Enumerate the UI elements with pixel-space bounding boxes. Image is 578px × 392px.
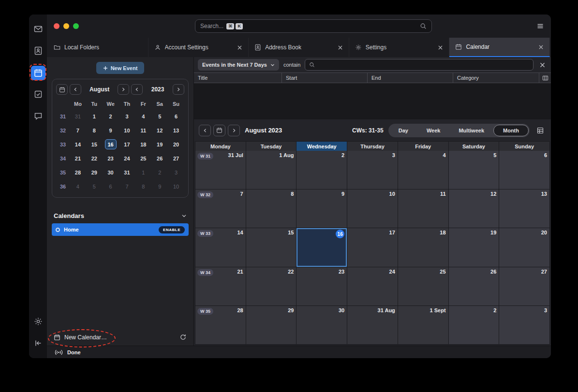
tab-close-button[interactable] bbox=[438, 45, 443, 50]
app-menu-button[interactable] bbox=[515, 22, 544, 30]
minical-day[interactable]: 2 bbox=[151, 165, 168, 179]
month-cell[interactable]: W 3528 bbox=[195, 306, 246, 344]
tab-local-folders[interactable]: Local Folders bbox=[48, 38, 148, 57]
today-button[interactable] bbox=[213, 125, 225, 136]
minical-prev-month-button[interactable] bbox=[70, 84, 81, 95]
month-cell[interactable]: W 3314 bbox=[195, 228, 246, 266]
minical-day[interactable]: 3 bbox=[168, 165, 184, 179]
minical-day[interactable]: 12 bbox=[151, 123, 168, 137]
minical-day[interactable]: 29 bbox=[86, 165, 103, 179]
next-period-button[interactable] bbox=[228, 125, 240, 136]
month-cell[interactable]: 9 bbox=[296, 189, 347, 228]
week-badge[interactable]: W 31 bbox=[197, 153, 213, 160]
month-cell[interactable]: 2 bbox=[296, 151, 347, 189]
minical-day[interactable]: 18 bbox=[135, 137, 151, 151]
minical-day[interactable]: 1 bbox=[86, 109, 103, 123]
month-cell[interactable]: 13 bbox=[499, 189, 549, 228]
minical-day[interactable]: 14 bbox=[70, 137, 86, 151]
week-badge[interactable]: W 32 bbox=[197, 191, 213, 198]
month-cell[interactable]: 3 bbox=[499, 306, 549, 344]
minical-day[interactable]: 31 bbox=[70, 109, 86, 123]
event-search-input[interactable] bbox=[318, 62, 529, 68]
month-cell[interactable]: 17 bbox=[347, 228, 398, 266]
sync-calendars-button[interactable] bbox=[179, 334, 187, 341]
minical-day[interactable]: 9 bbox=[151, 179, 168, 193]
minical-day[interactable]: 7 bbox=[119, 179, 135, 193]
tab-close-button[interactable] bbox=[338, 45, 343, 50]
month-cell[interactable]: 18 bbox=[398, 228, 448, 266]
minical-prev-year-button[interactable] bbox=[131, 84, 143, 95]
calendars-section-header[interactable]: Calendars bbox=[47, 212, 193, 219]
minical-day[interactable]: 13 bbox=[168, 123, 184, 137]
minical-day[interactable]: 10 bbox=[119, 123, 135, 137]
event-column-title[interactable]: Title bbox=[194, 73, 282, 83]
minical-day[interactable]: 8 bbox=[86, 123, 103, 137]
close-window-button[interactable] bbox=[54, 23, 59, 29]
month-cell[interactable]: W 3131 Jul bbox=[195, 151, 246, 189]
minical-day[interactable]: 16 bbox=[103, 137, 119, 151]
zoom-window-button[interactable] bbox=[73, 23, 79, 29]
address-book-space-button[interactable] bbox=[31, 44, 45, 58]
month-cell[interactable]: 31 Aug bbox=[347, 306, 398, 344]
event-search-field[interactable] bbox=[305, 59, 534, 71]
minical-day[interactable]: 11 bbox=[135, 123, 151, 137]
month-cell[interactable]: 27 bbox=[499, 267, 549, 305]
minical-day[interactable]: 4 bbox=[70, 179, 86, 193]
event-column-end[interactable]: End bbox=[368, 73, 453, 83]
mail-space-button[interactable] bbox=[31, 22, 45, 36]
tasks-space-button[interactable] bbox=[31, 87, 45, 101]
month-cell[interactable]: 29 bbox=[246, 306, 296, 344]
minical-next-month-button[interactable] bbox=[118, 84, 129, 95]
month-cell[interactable]: W 327 bbox=[195, 189, 246, 228]
minical-day[interactable]: 21 bbox=[70, 151, 86, 165]
minical-day[interactable]: 1 bbox=[135, 165, 151, 179]
view-day-button[interactable]: Day bbox=[389, 125, 417, 136]
minical-day[interactable]: 9 bbox=[103, 123, 119, 137]
collapse-toolbar-button[interactable] bbox=[31, 336, 45, 350]
minical-day[interactable]: 17 bbox=[119, 137, 135, 151]
minical-today-button[interactable] bbox=[56, 84, 68, 95]
month-cell[interactable]: 25 bbox=[398, 267, 448, 305]
month-cell[interactable]: 24 bbox=[347, 267, 398, 305]
event-column-category[interactable]: Category bbox=[453, 73, 539, 83]
month-cell[interactable]: 4 bbox=[398, 151, 448, 189]
event-column-start[interactable]: Start bbox=[282, 73, 368, 83]
calendar-list-item[interactable]: HomeENABLE bbox=[52, 223, 189, 236]
new-event-button[interactable]: New Event bbox=[96, 62, 145, 74]
month-cell[interactable]: 26 bbox=[449, 267, 499, 305]
month-cell[interactable]: 20 bbox=[499, 228, 549, 266]
minical-day[interactable]: 8 bbox=[135, 179, 151, 193]
month-cell[interactable]: 11 bbox=[398, 189, 448, 228]
minical-day[interactable]: 7 bbox=[70, 123, 86, 137]
week-badge[interactable]: W 33 bbox=[197, 230, 213, 237]
month-cell[interactable]: W 3421 bbox=[195, 267, 246, 305]
month-cell[interactable]: 1 Sept bbox=[398, 306, 448, 344]
week-badge[interactable]: W 35 bbox=[197, 308, 213, 315]
enable-badge[interactable]: ENABLE bbox=[159, 226, 185, 233]
minical-day[interactable]: 10 bbox=[168, 179, 184, 193]
minical-day[interactable]: 24 bbox=[119, 151, 135, 165]
settings-space-button[interactable] bbox=[31, 315, 45, 328]
minical-day[interactable]: 27 bbox=[168, 151, 184, 165]
column-picker-button[interactable] bbox=[539, 73, 551, 83]
tab-close-button[interactable] bbox=[237, 45, 242, 50]
calendar-space-button[interactable] bbox=[31, 66, 45, 80]
event-filter-dropdown[interactable]: Events in the Next 7 Days bbox=[198, 59, 279, 71]
minical-day[interactable]: 23 bbox=[103, 151, 119, 165]
global-search-bar[interactable]: Search... ⌘K bbox=[195, 19, 432, 33]
month-cell[interactable]: 16 bbox=[296, 228, 347, 266]
view-month-button[interactable]: Month bbox=[493, 125, 529, 136]
minimize-window-button[interactable] bbox=[63, 23, 69, 29]
minical-day[interactable]: 19 bbox=[151, 137, 168, 151]
new-calendar-button[interactable]: New Calendar… bbox=[54, 334, 107, 341]
week-badge[interactable]: W 34 bbox=[197, 269, 213, 276]
minical-day[interactable]: 25 bbox=[135, 151, 151, 165]
minical-day[interactable]: 15 bbox=[86, 137, 103, 151]
minical-day[interactable]: 2 bbox=[103, 109, 119, 123]
month-cell[interactable]: 1 Aug bbox=[246, 151, 296, 189]
month-cell[interactable]: 30 bbox=[296, 306, 347, 344]
minical-day[interactable]: 3 bbox=[119, 109, 135, 123]
event-list[interactable] bbox=[194, 83, 551, 119]
view-week-button[interactable]: Week bbox=[417, 125, 450, 136]
prev-period-button[interactable] bbox=[199, 125, 211, 136]
